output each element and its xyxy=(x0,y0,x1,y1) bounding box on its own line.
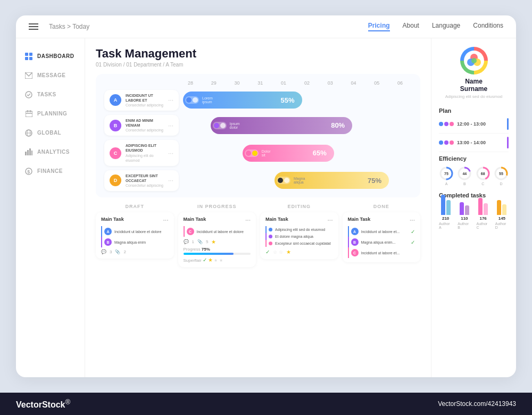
kanban-task-done-c: C Incididunt ut labore et... xyxy=(348,247,415,258)
breadcrumb: Tasks > Today xyxy=(49,23,89,30)
bar-b2 xyxy=(465,205,469,215)
gantt-chart: 28 29 30 31 01 02 03 04 05 06 xyxy=(96,74,420,197)
calendar-icon xyxy=(24,110,33,118)
check-circle-icon xyxy=(24,90,33,99)
gantt-col-28: 28 xyxy=(179,80,202,86)
gantt-col-04: 04 xyxy=(342,80,365,86)
gantt-rows: A INCIDIDUNT UT LABORE ET Consectetur ad… xyxy=(104,90,412,191)
kanban-task-done-b: B Magna aliqua enim... ✓ xyxy=(348,237,415,247)
task-text-d: EXCEPTEUR SINT OCCAECAT Consectetur adip… xyxy=(126,173,164,188)
gantt-bar-d[interactable]: Magnaaliqua 75% xyxy=(275,172,389,189)
bar-pair-b xyxy=(460,202,469,215)
hamburger-menu[interactable] xyxy=(29,23,38,30)
kanban-task-editing-1: Adipiscing elit sed do eiusmod xyxy=(265,226,333,233)
svg-text:$: $ xyxy=(27,169,30,175)
sidebar-item-message[interactable]: MESSAGE xyxy=(16,66,85,85)
sidebar-label-dashboard: DASHBOARD xyxy=(37,53,74,59)
sidebar-item-analytics[interactable]: ANALYTICS xyxy=(16,143,85,162)
bar-group-d: 145 Author D xyxy=(495,200,509,229)
eff-donut-d: 55 xyxy=(494,166,509,181)
gantt-col-03: 03 xyxy=(319,80,342,86)
plan-time-0: 12:00 - 13:00 xyxy=(457,121,504,127)
kanban-card-dots-inprogress[interactable]: ··· xyxy=(245,217,251,224)
kanban-footer-inprogress: 💬 1 📎 5 ★ xyxy=(184,239,251,245)
eff-value-c: 68 xyxy=(481,171,485,175)
gantt-task-label-c: C ADIPISCING ELIT EIUSMOD Adipiscing eli… xyxy=(104,140,179,165)
comment-icon-prog: 💬 xyxy=(184,239,189,244)
task-dots-b[interactable]: ··· xyxy=(168,122,173,129)
sidebar-item-finance[interactable]: $ FINANCE xyxy=(16,162,85,181)
superflair: Superflair ✓ ★ ★ ★ xyxy=(184,257,251,263)
toggle-a xyxy=(185,96,199,104)
nav-pricing[interactable]: Pricing xyxy=(368,22,390,31)
kanban-card-dots-done[interactable]: ··· xyxy=(410,217,415,224)
plan-bar-1 xyxy=(507,137,509,148)
task-circle-done-c: C xyxy=(351,249,359,256)
check-icon: ✓ xyxy=(203,257,207,263)
kanban-card-dots-editing[interactable]: ··· xyxy=(327,217,332,224)
eff-donut-a: 75 xyxy=(439,166,454,181)
plan-dots-1 xyxy=(439,140,454,145)
gantt-bar-percent-a: 55% xyxy=(281,96,295,104)
gantt-bar-c[interactable]: Dolorsit 65% xyxy=(243,145,334,162)
toggle-dot-c2 xyxy=(252,151,257,156)
eff-donut-b: 44 xyxy=(457,166,472,181)
bar-group-c: 176 Author C xyxy=(477,198,490,229)
bar-group-b: 110 Author B xyxy=(458,202,471,229)
plan-time-1: 13:00 - 14:00 xyxy=(457,140,504,145)
eff-label-b: B xyxy=(463,182,466,186)
nav-conditions[interactable]: Conditions xyxy=(473,22,503,31)
bar-a1 xyxy=(441,195,445,215)
sidebar-item-planning[interactable]: PLANNING xyxy=(16,104,85,123)
task-dots-a[interactable]: ··· xyxy=(168,96,173,104)
bar-label-b: Author B xyxy=(458,222,471,229)
task-dots-d[interactable]: ··· xyxy=(168,177,173,184)
task-dots-c[interactable]: ··· xyxy=(168,150,173,157)
kanban-header-inprogress: IN PROGRESS xyxy=(178,204,256,209)
user-card: Name Surname Adipiscing elit sed do eius… xyxy=(439,47,509,99)
kanban-footer-editing: ✓ ☆ ☆ ★ xyxy=(265,249,333,255)
attachment-count: 2 xyxy=(123,250,126,254)
nav-about[interactable]: About xyxy=(403,22,419,31)
footer-bar: VectorStock® VectorStock.com/42413943 xyxy=(0,393,532,415)
task-circle-done-a: A xyxy=(351,228,359,235)
coin-icon: $ xyxy=(24,167,33,176)
bar-chart-icon xyxy=(24,148,33,156)
eff-circle-b: 44 B xyxy=(457,166,472,186)
comment-count: 3 xyxy=(110,250,112,254)
sidebar-item-dashboard[interactable]: DASHBOARD xyxy=(16,47,85,66)
gantt-bar-b[interactable]: Ipsumdolor 80% xyxy=(211,117,353,134)
dot-editing-3 xyxy=(269,242,272,245)
gantt-col-06: 06 xyxy=(388,80,412,86)
star-icon-prog: ★ xyxy=(211,239,216,245)
attachment-count-prog: 5 xyxy=(206,239,208,244)
completed-section: Completed tasks 210 Author A xyxy=(439,192,509,229)
nav-language[interactable]: Language xyxy=(432,22,460,31)
eff-circle-c: 68 C xyxy=(476,166,491,186)
sidebar-item-tasks[interactable]: TASKS xyxy=(16,85,85,104)
kanban-card-dots-draft[interactable]: ··· xyxy=(163,217,168,224)
kanban-card-editing-0: Main Task ··· Adipiscing elit sed do eiu… xyxy=(260,212,338,259)
comment-icon: 💬 xyxy=(101,250,106,254)
svg-rect-3 xyxy=(29,57,32,60)
attachment-icon: 📎 xyxy=(115,250,120,254)
svg-rect-16 xyxy=(31,151,32,155)
user-name: Name Surname xyxy=(460,78,487,93)
bar-count-d: 145 xyxy=(498,216,505,221)
svg-point-22 xyxy=(471,58,477,63)
kanban-col-draft: DRAFT Main Task ··· A Incididunt ut labo… xyxy=(96,204,174,270)
gantt-task-label-a: A INCIDIDUNT UT LABORE ET Consectetur ad… xyxy=(104,90,179,111)
gantt-header: 28 29 30 31 01 02 03 04 05 06 xyxy=(104,80,412,86)
main-content: Task Management 01 Division / 01 Departm… xyxy=(85,38,431,377)
task-text-c: ADIPISCING ELIT EIUSMOD Adipiscing elit … xyxy=(126,143,164,162)
task-circle-d: D xyxy=(110,175,121,186)
kanban-card-title-done: Main Task ··· xyxy=(348,217,415,224)
gantt-bar-text-a: Loremipsum xyxy=(202,96,213,104)
gantt-bar-area-b: Ipsumdolor 80% xyxy=(183,117,412,135)
gantt-bar-a[interactable]: Loremipsum 55% xyxy=(183,92,302,109)
sidebar-label-global: GLOBAL xyxy=(37,130,61,136)
sidebar-item-global[interactable]: GLOBAL xyxy=(16,123,85,143)
gantt-bar-area-c: Dolorsit 65% xyxy=(183,144,412,162)
svg-rect-14 xyxy=(27,150,29,155)
gantt-bar-percent-b: 80% xyxy=(331,121,345,129)
